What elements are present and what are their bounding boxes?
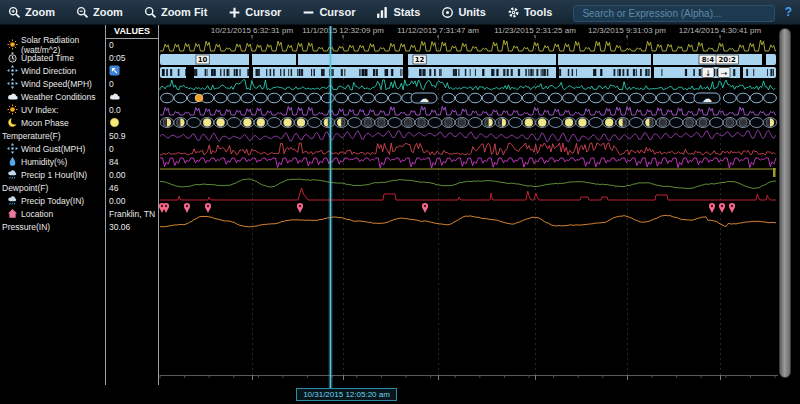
moon-phase-icon xyxy=(364,119,372,127)
moon-phase-icon xyxy=(726,119,734,127)
cloud-icon: ☁ xyxy=(702,93,712,104)
track-updated-time[interactable]: 10128:420:2 xyxy=(160,54,776,65)
moon-phase-icon xyxy=(739,119,747,127)
time-axis-label: 12/14/2015 4:30:41 pm xyxy=(679,26,762,35)
waveform-viewer-app: { "toolbar": { "buttons": [ {"id":"zoom-… xyxy=(0,0,800,404)
time-axis-label: 10/21/2015 6:32:31 pm xyxy=(211,26,294,35)
cursor-time-label: 10/31/2015 12:05:20 am xyxy=(296,388,397,401)
vertical-scrollbar[interactable] xyxy=(779,28,791,378)
track-location[interactable] xyxy=(159,203,735,213)
svg-text:→: → xyxy=(721,69,728,78)
track-pressure-in[interactable] xyxy=(160,215,776,227)
moon-phase-icon xyxy=(458,119,466,127)
svg-text:10: 10 xyxy=(198,56,208,64)
svg-text:20:2: 20:2 xyxy=(718,56,736,64)
moon-phase-icon xyxy=(659,119,667,127)
moon-phase-icon xyxy=(699,119,707,127)
sun-icon xyxy=(195,94,203,102)
time-axis-label: 11/1/2015 12:32:09 pm xyxy=(302,26,384,35)
moon-phase-icon xyxy=(377,119,385,127)
svg-text:↓: ↓ xyxy=(705,69,712,78)
time-axis-label: 12/3/2015 9:31:03 pm xyxy=(588,26,666,35)
svg-text:12: 12 xyxy=(415,56,425,64)
track-temperature-f[interactable] xyxy=(160,130,776,142)
time-axis-label: 11/23/2015 2:31:25 am xyxy=(494,26,576,35)
moon-phase-icon xyxy=(444,119,452,127)
track-precip-1-hour-in[interactable] xyxy=(160,168,776,177)
moon-phase-icon xyxy=(418,119,426,127)
track-wind-direction[interactable]: ↓→ xyxy=(160,67,776,78)
moon-phase-icon xyxy=(686,119,694,127)
moon-phase-icon xyxy=(404,119,412,127)
waveform-canvas[interactable]: 10/21/2015 6:32:31 pm11/1/2015 12:32:09 … xyxy=(0,0,800,404)
time-axis-label: 11/12/2015 7:31:47 am xyxy=(397,26,479,35)
svg-text:8:4: 8:4 xyxy=(702,56,715,64)
cloud-icon: ☁ xyxy=(419,93,429,104)
